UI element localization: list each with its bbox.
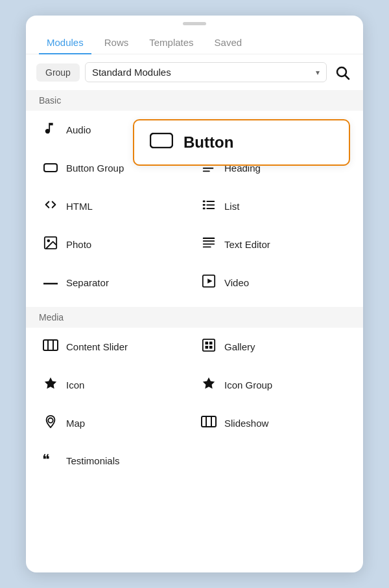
content-slider-label: Content Slider: [66, 341, 128, 352]
button-popup: Button: [133, 119, 350, 166]
svg-rect-37: [150, 133, 172, 148]
media-module-grid: Content Slider Gallery Icon Icon Group: [26, 328, 363, 479]
dropdown-label: Standard Modules: [92, 67, 316, 78]
svg-rect-9: [203, 204, 206, 206]
icon-group-icon: [200, 376, 218, 394]
section-basic-header: Basic: [26, 90, 363, 111]
module-gallery[interactable]: Gallery: [194, 328, 353, 366]
tab-nav: Modules Rows Templates Saved: [26, 29, 363, 54]
svg-rect-6: [203, 170, 210, 172]
module-icon-group[interactable]: Icon Group: [194, 366, 353, 404]
module-photo[interactable]: Photo: [36, 225, 194, 264]
svg-rect-17: [203, 243, 215, 245]
module-html[interactable]: HTML: [36, 187, 194, 225]
icon-group-label: Icon Group: [224, 379, 272, 390]
svg-marker-30: [45, 378, 56, 389]
group-button[interactable]: Group: [36, 63, 80, 82]
html-label: HTML: [66, 201, 93, 212]
svg-rect-22: [43, 340, 58, 350]
module-text-editor[interactable]: Text Editor: [194, 225, 353, 264]
svg-rect-33: [202, 416, 216, 427]
tab-saved[interactable]: Saved: [207, 32, 250, 54]
gallery-icon: [200, 338, 218, 356]
slideshow-label: Slideshow: [224, 418, 268, 429]
list-label: List: [224, 201, 239, 212]
modules-dropdown[interactable]: Standard Modules ▾: [85, 62, 327, 82]
svg-rect-8: [206, 201, 215, 202]
module-testimonials[interactable]: ❝ Testimonials: [36, 442, 194, 479]
icon-label: Icon: [66, 379, 84, 390]
slideshow-icon: [200, 416, 218, 431]
svg-rect-26: [206, 342, 209, 345]
section-media-header: Media: [26, 307, 363, 328]
drag-handle-bar: [183, 22, 206, 25]
svg-rect-2: [44, 164, 57, 172]
svg-rect-25: [203, 339, 215, 351]
svg-rect-10: [206, 205, 215, 206]
list-icon: [200, 198, 218, 215]
module-content-slider[interactable]: Content Slider: [36, 328, 194, 366]
video-label: Video: [224, 277, 249, 288]
svg-rect-12: [206, 208, 215, 209]
toolbar-row: Group Standard Modules ▾: [26, 54, 363, 90]
search-button[interactable]: [332, 63, 353, 82]
audio-label: Audio: [66, 124, 91, 135]
svg-rect-29: [209, 346, 213, 349]
tab-rows[interactable]: Rows: [97, 32, 137, 54]
button-popup-label: Button: [183, 133, 233, 152]
drag-handle[interactable]: [26, 16, 363, 29]
separator-icon: [41, 275, 60, 290]
module-slideshow[interactable]: Slideshow: [194, 404, 353, 442]
testimonials-icon: ❝: [41, 453, 60, 469]
map-icon: [41, 414, 60, 432]
html-icon: [41, 198, 60, 215]
module-video[interactable]: Video: [194, 264, 353, 302]
main-panel: Modules Rows Templates Saved Group Stand…: [26, 16, 363, 572]
separator-label: Separator: [66, 277, 109, 288]
svg-point-32: [48, 418, 53, 423]
svg-rect-27: [209, 342, 213, 345]
module-icon[interactable]: Icon: [36, 366, 194, 404]
svg-rect-11: [203, 208, 206, 210]
content-slider-icon: [41, 339, 60, 354]
tab-templates[interactable]: Templates: [141, 32, 201, 54]
video-icon: [200, 274, 218, 291]
audio-icon: [41, 121, 60, 139]
text-editor-icon: [200, 236, 218, 253]
tab-modules[interactable]: Modules: [39, 32, 91, 54]
map-label: Map: [66, 418, 85, 429]
svg-rect-15: [203, 238, 215, 239]
svg-text:❝: ❝: [42, 453, 50, 466]
svg-rect-18: [203, 247, 211, 248]
svg-rect-28: [206, 346, 209, 349]
svg-rect-7: [203, 201, 206, 203]
module-list[interactable]: List: [194, 187, 353, 225]
chevron-down-icon: ▾: [316, 68, 320, 77]
gallery-label: Gallery: [224, 341, 255, 352]
icon-module-icon: [41, 376, 60, 394]
svg-rect-5: [203, 168, 214, 169]
button-group-label: Button Group: [66, 163, 124, 174]
text-editor-label: Text Editor: [224, 239, 270, 250]
button-group-icon: [41, 161, 60, 175]
photo-label: Photo: [66, 239, 91, 250]
svg-point-14: [47, 240, 51, 243]
svg-marker-21: [207, 278, 212, 283]
testimonials-label: Testimonials: [66, 455, 120, 466]
search-icon: [335, 65, 350, 80]
svg-marker-31: [203, 378, 215, 389]
module-map[interactable]: Map: [36, 404, 194, 442]
svg-rect-16: [203, 240, 215, 242]
photo-icon: [41, 236, 60, 253]
svg-line-1: [346, 75, 349, 79]
module-separator[interactable]: Separator: [36, 264, 194, 302]
button-popup-icon: [150, 132, 173, 153]
